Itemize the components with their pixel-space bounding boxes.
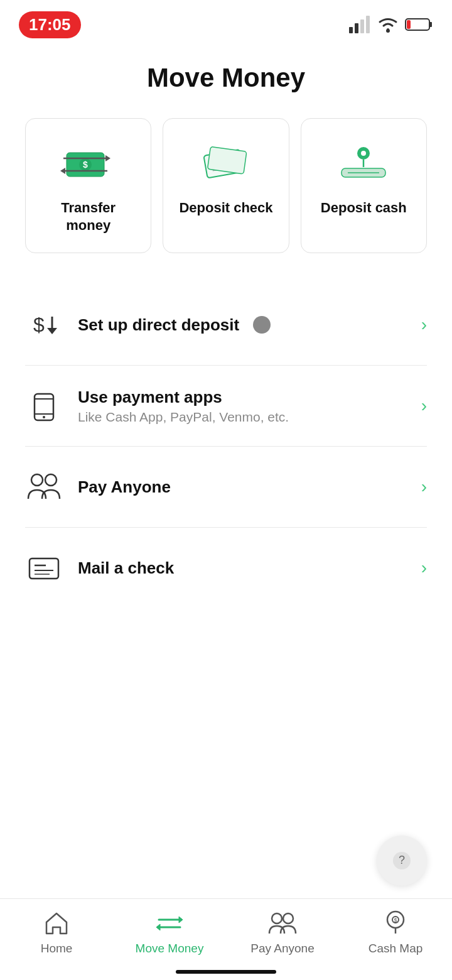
pay-anyone-item[interactable]: Pay Anyone ›: [25, 447, 427, 528]
pay-anyone-nav-icon: [269, 909, 296, 937]
deposit-check-label: Deposit check: [179, 199, 272, 217]
svg-rect-1: [355, 23, 358, 33]
list-section: $ Set up direct deposit › Use payment ap…: [0, 285, 452, 608]
nav-home[interactable]: Home: [0, 909, 113, 956]
mail-check-chevron: ›: [421, 558, 427, 578]
direct-deposit-content: Set up direct deposit: [78, 315, 406, 335]
pay-anyone-icon: [25, 468, 63, 506]
battery-icon: [406, 17, 433, 32]
status-bar: 17:05: [0, 0, 452, 44]
svg-text:$: $: [33, 313, 45, 336]
svg-rect-3: [366, 16, 370, 33]
fab-button[interactable]: ?: [377, 836, 427, 886]
svg-rect-7: [407, 20, 411, 29]
mail-check-title: Mail a check: [78, 558, 406, 578]
nav-cash-map-label: Cash Map: [369, 942, 423, 956]
transfer-icon: $: [60, 141, 117, 185]
home-bar: [176, 970, 276, 974]
svg-point-30: [43, 416, 45, 418]
svg-marker-26: [47, 328, 57, 334]
deposit-cash-icon: [335, 141, 392, 185]
bottom-nav: Home Move Money Pay Anyone: [0, 898, 452, 980]
svg-rect-2: [360, 19, 364, 33]
svg-rect-19: [207, 146, 246, 174]
pay-anyone-chevron: ›: [421, 477, 427, 497]
direct-deposit-title: Set up direct deposit: [78, 315, 239, 335]
svg-marker-42: [156, 924, 160, 930]
svg-rect-33: [30, 558, 58, 579]
mail-check-content: Mail a check: [78, 558, 406, 578]
svg-rect-0: [349, 27, 353, 33]
svg-point-4: [386, 29, 390, 33]
payment-apps-chevron: ›: [421, 396, 427, 416]
status-time: 17:05: [19, 11, 81, 38]
pay-anyone-content: Pay Anyone: [78, 477, 406, 497]
svg-marker-12: [105, 155, 110, 161]
wifi-icon: [377, 16, 399, 33]
payment-apps-icon: [25, 387, 63, 425]
transfer-money-card[interactable]: $ Transfer money: [25, 118, 151, 253]
payment-apps-item[interactable]: Use payment apps Like Cash App, PayPal, …: [25, 366, 427, 447]
action-cards: $ Transfer money: [0, 118, 452, 253]
svg-text:$: $: [394, 917, 397, 923]
payment-apps-title: Use payment apps: [78, 388, 406, 407]
nav-home-label: Home: [41, 942, 73, 956]
nav-cash-map[interactable]: $ Cash Map: [339, 909, 452, 956]
page-title: Move Money: [0, 63, 452, 93]
svg-text:?: ?: [399, 854, 405, 866]
svg-point-44: [283, 913, 293, 923]
svg-rect-6: [429, 22, 432, 27]
svg-point-31: [31, 474, 43, 486]
mail-check-item[interactable]: Mail a check ›: [25, 528, 427, 608]
svg-point-32: [45, 474, 56, 486]
deposit-check-card[interactable]: Deposit check: [163, 118, 289, 253]
home-icon: [43, 909, 70, 937]
direct-deposit-item[interactable]: $ Set up direct deposit ›: [25, 285, 427, 366]
transfer-money-label: Transfer money: [37, 199, 139, 234]
nav-pay-anyone[interactable]: Pay Anyone: [226, 909, 339, 956]
svg-marker-40: [179, 917, 183, 923]
move-money-icon: [156, 909, 183, 937]
direct-deposit-icon: $: [25, 306, 63, 344]
signal-icon: [349, 16, 370, 33]
mail-check-icon: [25, 549, 63, 587]
deposit-cash-label: Deposit cash: [321, 199, 407, 217]
nav-move-money[interactable]: Move Money: [113, 909, 226, 956]
svg-marker-14: [60, 168, 65, 174]
nav-pay-anyone-label: Pay Anyone: [250, 942, 314, 956]
status-icons: [349, 16, 433, 33]
svg-point-23: [361, 151, 366, 156]
pay-anyone-title: Pay Anyone: [78, 477, 406, 497]
payment-apps-content: Use payment apps Like Cash App, PayPal, …: [78, 388, 406, 425]
svg-text:$: $: [83, 160, 88, 170]
deposit-check-icon: [198, 141, 254, 185]
svg-point-43: [272, 913, 282, 923]
payment-apps-subtitle: Like Cash App, PayPal, Venmo, etc.: [78, 410, 406, 425]
direct-deposit-badge: [253, 316, 271, 334]
direct-deposit-chevron: ›: [421, 315, 427, 335]
nav-move-money-label: Move Money: [136, 942, 204, 956]
cash-map-icon: $: [382, 909, 409, 937]
deposit-cash-card[interactable]: Deposit cash: [301, 118, 427, 253]
